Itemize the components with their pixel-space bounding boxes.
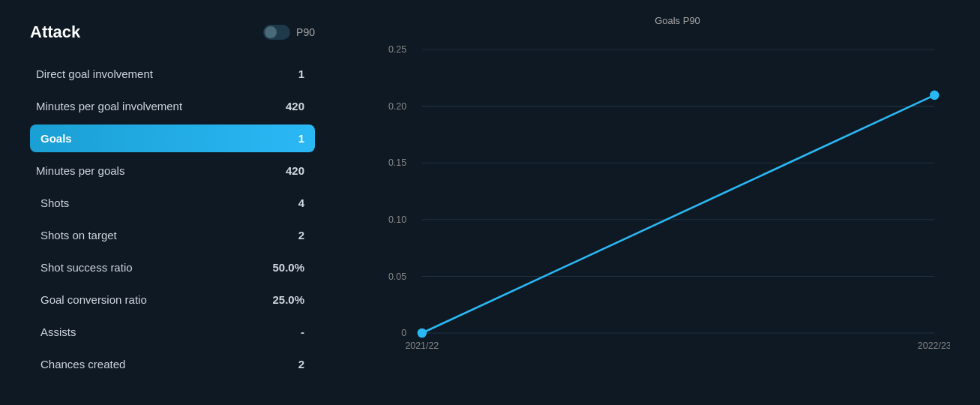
svg-text:0.10: 0.10 bbox=[388, 214, 406, 225]
svg-text:0.20: 0.20 bbox=[388, 101, 406, 112]
stat-row-goals[interactable]: Goals1 bbox=[30, 124, 315, 152]
stat-value-assists: - bbox=[301, 326, 304, 338]
stat-label-goals: Goals bbox=[40, 132, 72, 145]
stat-value-chances-created: 2 bbox=[298, 358, 304, 370]
left-panel: Attack P90 Direct goal involvement1Minut… bbox=[0, 0, 345, 405]
page-title: Attack bbox=[30, 22, 80, 42]
stat-label-minutes-per-goal-involvement: Minutes per goal involvement bbox=[36, 100, 182, 112]
stat-label-shots: Shots bbox=[40, 196, 69, 209]
stat-value-direct-goal-involvement: 1 bbox=[298, 68, 304, 80]
data-point-2022 bbox=[930, 91, 939, 100]
stat-value-goals: 1 bbox=[298, 132, 304, 145]
stat-row-assists[interactable]: Assists- bbox=[30, 318, 315, 346]
stat-value-shot-success-ratio: 50.0% bbox=[272, 261, 304, 274]
stat-row-direct-goal-involvement[interactable]: Direct goal involvement1 bbox=[30, 60, 315, 88]
stat-label-shots-on-target: Shots on target bbox=[40, 229, 117, 242]
toggle-knob bbox=[265, 26, 277, 38]
line-chart: 0 0.05 0.10 0.15 0.20 0.25 2021/22 2022/… bbox=[360, 34, 950, 349]
svg-text:0.25: 0.25 bbox=[388, 44, 406, 55]
stat-label-chances-created: Chances created bbox=[40, 358, 125, 370]
stat-row-chances-created[interactable]: Chances created2 bbox=[30, 350, 315, 378]
stat-value-goal-conversion-ratio: 25.0% bbox=[272, 293, 304, 306]
stat-label-goal-conversion-ratio: Goal conversion ratio bbox=[40, 293, 147, 306]
svg-line-14 bbox=[422, 95, 934, 333]
stat-value-shots: 4 bbox=[298, 196, 304, 209]
stat-row-shots[interactable]: Shots4 bbox=[30, 189, 315, 217]
svg-text:0.15: 0.15 bbox=[388, 158, 406, 168]
stat-row-minutes-per-goals[interactable]: Minutes per goals420 bbox=[30, 157, 315, 184]
stat-label-shot-success-ratio: Shot success ratio bbox=[40, 261, 133, 274]
stats-list: Direct goal involvement1Minutes per goal… bbox=[30, 60, 315, 378]
stat-value-minutes-per-goal-involvement: 420 bbox=[286, 100, 304, 112]
stat-label-direct-goal-involvement: Direct goal involvement bbox=[36, 68, 153, 80]
data-point-2021 bbox=[418, 328, 427, 338]
stat-row-shots-on-target[interactable]: Shots on target2 bbox=[30, 221, 315, 249]
p90-toggle[interactable] bbox=[263, 25, 290, 40]
svg-text:2021/22: 2021/22 bbox=[405, 340, 439, 349]
stat-row-minutes-per-goal-involvement[interactable]: Minutes per goal involvement420 bbox=[30, 92, 315, 120]
svg-text:2022/23: 2022/23 bbox=[918, 340, 950, 349]
svg-text:0.05: 0.05 bbox=[388, 272, 406, 282]
stat-label-assists: Assists bbox=[40, 326, 76, 338]
toggle-label: P90 bbox=[296, 26, 315, 38]
chart-title: Goals P90 bbox=[405, 15, 950, 26]
stat-label-minutes-per-goals: Minutes per goals bbox=[36, 164, 124, 177]
svg-text:0: 0 bbox=[401, 328, 406, 338]
section-header: Attack P90 bbox=[30, 22, 315, 42]
chart-area: 0 0.05 0.10 0.15 0.20 0.25 2021/22 2022/… bbox=[360, 34, 950, 349]
stat-value-shots-on-target: 2 bbox=[298, 229, 304, 242]
stat-value-minutes-per-goals: 420 bbox=[286, 164, 304, 177]
stat-row-shot-success-ratio[interactable]: Shot success ratio50.0% bbox=[30, 254, 315, 281]
stat-row-goal-conversion-ratio[interactable]: Goal conversion ratio25.0% bbox=[30, 286, 315, 314]
right-panel: Goals P90 0 0.05 0.10 0.15 0.20 0.25 202… bbox=[345, 0, 980, 405]
p90-toggle-container[interactable]: P90 bbox=[263, 25, 315, 40]
